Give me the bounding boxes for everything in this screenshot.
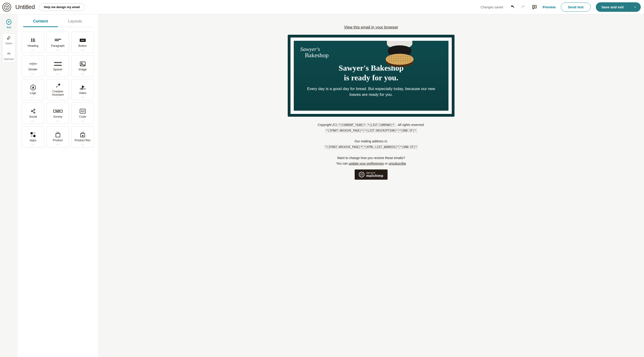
tab-content[interactable]: Content <box>23 19 58 27</box>
video-icon <box>80 84 86 90</box>
rail-label: Add <box>6 26 11 29</box>
creative-icon <box>55 83 61 89</box>
logo-icon: A <box>30 84 36 90</box>
svg-point-37 <box>360 173 363 176</box>
content-panel: Content Layouts HiHeading⠿⠿Paragraph⠿⠿Bu… <box>18 14 98 357</box>
block-image[interactable]: Image⠿⠿ <box>71 55 94 77</box>
mailchimp-logo-icon[interactable] <box>2 3 11 11</box>
svg-rect-16 <box>55 63 61 65</box>
update-preferences-link[interactable]: update your preferences <box>349 162 384 165</box>
merge-tag-year: *|CURRENT_YEAR|* <box>338 123 366 127</box>
svg-point-2 <box>7 6 8 7</box>
block-grid: HiHeading⠿⠿Paragraph⠿⠿Button⠿⠿Divider⠿⠿S… <box>18 27 98 152</box>
block-label: Product <box>53 139 63 142</box>
hero-logo-line2: Bakeshop <box>305 52 329 58</box>
block-paragraph[interactable]: Paragraph⠿⠿ <box>46 32 69 53</box>
redo-icon[interactable] <box>520 4 526 10</box>
block-label: Apps <box>30 139 36 142</box>
svg-rect-13 <box>32 65 35 65</box>
block-apps[interactable]: Apps⠿⠿ <box>22 126 44 147</box>
save-exit-button[interactable]: Save and exit <box>596 2 629 12</box>
drag-handle-icon: ⠿⠿ <box>31 49 35 52</box>
preview-button[interactable]: Preview <box>542 5 556 9</box>
block-social[interactable]: Social⠿⠿ <box>22 103 44 124</box>
comments-icon[interactable] <box>532 4 538 10</box>
block-survey[interactable]: Survey⠿⠿ <box>46 103 69 124</box>
block-label: Spacer <box>53 68 62 71</box>
rights-text: . All rights reserved. <box>396 123 424 127</box>
plus-circle-icon: + <box>6 19 11 25</box>
svg-rect-11 <box>32 62 35 63</box>
email-canvas[interactable]: View this email in your browser Sawyer's… <box>98 14 644 357</box>
block-label: Heading <box>28 44 38 47</box>
rail-add[interactable]: + Add <box>0 18 18 30</box>
merge-tag-endif2: *|END:IF|* <box>399 145 418 149</box>
drag-handle-icon: ⠿⠿ <box>81 96 84 99</box>
mailchimp-badge[interactable]: INTUIT mailchimp <box>355 169 388 180</box>
svg-point-21 <box>81 88 82 90</box>
copyright-prefix: Copyright (C) <box>318 123 338 127</box>
tab-layouts[interactable]: Layouts <box>58 19 93 27</box>
block-divider[interactable]: Divider⠿⠿ <box>22 55 44 77</box>
view-in-browser: View this email in your browser <box>288 25 454 30</box>
svg-rect-15 <box>54 65 62 66</box>
hero-inner: Sawyer's Bakeshop Sawyer's Bakeshop is r… <box>290 37 452 114</box>
paragraph-icon <box>55 37 61 43</box>
svg-rect-12 <box>29 64 37 64</box>
survey-icon <box>53 108 62 114</box>
svg-rect-34 <box>33 135 36 137</box>
unsubscribe-link[interactable]: unsubscribe <box>388 162 406 165</box>
svg-rect-7 <box>55 39 61 39</box>
block-creative[interactable]: CreativeAssistant⠿⠿ <box>46 79 69 100</box>
rail-styles[interactable]: Styles <box>2 35 15 45</box>
send-test-button[interactable]: Send test <box>561 2 591 11</box>
block-label: Code <box>79 115 86 118</box>
svg-point-23 <box>34 109 35 110</box>
social-icon <box>30 108 36 114</box>
mailchimp-badge-icon <box>359 172 364 177</box>
help-design-button[interactable]: Help me design my email <box>39 3 84 11</box>
document-title[interactable]: Untitled <box>15 3 35 11</box>
block-video[interactable]: Video⠿⠿ <box>71 79 94 100</box>
svg-point-39 <box>362 174 362 175</box>
undo-icon[interactable] <box>509 4 515 10</box>
drag-handle-icon: ⠿⠿ <box>81 49 84 52</box>
badge-text: INTUIT mailchimp <box>366 172 384 177</box>
block-product[interactable]: Product⠿⠿ <box>46 126 69 147</box>
rail-optimize[interactable]: Optimize <box>2 51 15 60</box>
svg-point-18 <box>81 63 82 64</box>
save-exit-dropdown[interactable] <box>629 2 641 12</box>
svg-point-5 <box>8 39 8 39</box>
block-productrec[interactable]: Product Rec⠿⠿ <box>71 126 94 147</box>
block-code[interactable]: Code⠿⠿ <box>71 103 94 124</box>
code-icon <box>80 108 86 114</box>
block-logo[interactable]: ALogo⠿⠿ <box>22 79 44 100</box>
svg-point-0 <box>4 5 9 10</box>
drag-handle-icon: ⠿⠿ <box>56 120 60 122</box>
productrec-icon <box>80 132 85 138</box>
divider-icon <box>29 61 37 67</box>
main: + Add Styles Optimize Content Layouts Hi… <box>0 14 644 357</box>
donut-stack-icon <box>384 37 416 73</box>
image-icon <box>80 61 86 67</box>
change-prefs-question: Want to change how you receive these ema… <box>290 155 452 161</box>
merge-tag-ifnot2: *|IFNOT:ARCHIVE_PAGE|* <box>325 145 363 149</box>
merge-tag-endif: *|END:IF|* <box>399 129 417 132</box>
topbar: Untitled Help me design my email Changes… <box>0 0 644 14</box>
block-button[interactable]: Button⠿⠿ <box>71 32 94 53</box>
block-label: Paragraph <box>51 44 64 47</box>
product-icon <box>55 132 60 138</box>
drag-handle-icon: ⠿⠿ <box>31 120 35 122</box>
hero-logo-line1: Sawyer's <box>300 46 329 52</box>
spacer-icon <box>54 61 62 67</box>
block-label: Video <box>79 91 86 95</box>
change-prefs-line: You can update your preferences or unsub… <box>290 161 452 166</box>
email-footer[interactable]: Copyright (C) *|CURRENT_YEAR|* *|LIST:CO… <box>288 117 454 182</box>
block-heading[interactable]: HiHeading⠿⠿ <box>22 32 44 53</box>
hero-block[interactable]: Sawyer's Bakeshop Sawyer's Bakeshop is r… <box>288 35 454 117</box>
merge-tag-ifnot: *|IFNOT:ARCHIVE_PAGE|* <box>326 129 364 132</box>
view-in-browser-link[interactable]: View this email in your browser <box>344 25 398 29</box>
block-spacer[interactable]: Spacer⠿⠿ <box>46 55 69 77</box>
drag-handle-icon: ⠿⠿ <box>31 73 35 75</box>
svg-rect-33 <box>30 135 33 137</box>
